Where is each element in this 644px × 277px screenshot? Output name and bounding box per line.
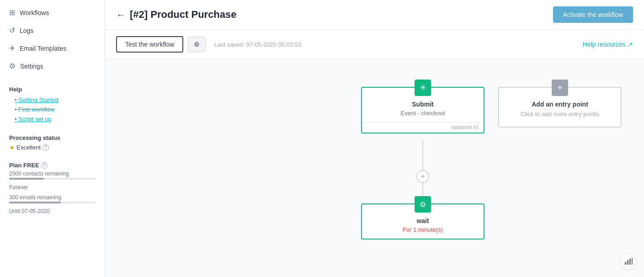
sidebar-item-label: Workflows — [20, 9, 49, 16]
sidebar-item-label: Logs — [20, 27, 33, 34]
contacts-progress-bar — [9, 178, 44, 180]
emails-progress-bar — [9, 202, 61, 203]
wait-subtitle-prefix: For — [403, 226, 413, 233]
add-entry-title: Add an entry point — [506, 101, 613, 108]
settings-gear-button[interactable]: ⚙ — [188, 37, 206, 52]
plan-forever: Forever — [9, 184, 96, 191]
wait-node-icon: ⚙ — [415, 196, 431, 213]
help-title: Help — [9, 86, 96, 93]
add-entry-icon: + — [552, 80, 568, 96]
plan-info-icon[interactable]: ? — [41, 162, 48, 169]
submit-node-subtitle: Event - checkout — [369, 110, 476, 117]
add-entry-subtitle: Click to add more entry points — [506, 111, 613, 117]
page-title: ← [#2] Product Purchase — [116, 9, 237, 21]
star-icon: ★ — [9, 144, 15, 151]
workflow-canvas[interactable]: ✳ Submit Event - checkout startpoint #1 … — [105, 59, 644, 277]
status-info-icon[interactable]: ? — [43, 144, 49, 151]
help-resources-label: Help resources — [583, 41, 626, 48]
page-header: ← [#2] Product Purchase Activate the wor… — [105, 0, 644, 30]
svg-rect-0 — [625, 262, 626, 265]
toolbar: Test the workflow ⚙ Last saved: 07-05-20… — [105, 30, 644, 59]
plan-title-text: Plan FREE — [9, 162, 39, 169]
workflow-title: [#2] Product Purchase — [130, 9, 237, 21]
emails-progress-bar-container — [9, 202, 96, 203]
script-set-up-link[interactable]: Script set up — [9, 116, 96, 123]
connector-line-1 — [422, 139, 423, 171]
settings-icon: ⚙ — [9, 62, 16, 70]
svg-rect-3 — [632, 258, 633, 265]
submit-node-title: Submit — [369, 101, 476, 108]
sidebar: ⊞ Workflows ↺ Logs ✈ Email Templates ⚙ S… — [0, 0, 105, 277]
help-resources-link[interactable]: Help resources ↗ — [583, 41, 633, 48]
add-entry-node[interactable]: + Add an entry point Click to add more e… — [498, 87, 622, 128]
sidebar-item-workflows[interactable]: ⊞ Workflows — [0, 4, 105, 21]
plan-section: Plan FREE ? 2000 contacts remaining Fore… — [0, 156, 105, 224]
sidebar-item-label: Email Templates — [20, 45, 66, 52]
workflows-icon: ⊞ — [9, 8, 15, 17]
wait-subtitle-suffix: minute(s) — [416, 226, 443, 233]
logs-icon: ↺ — [9, 26, 15, 35]
back-button[interactable]: ← — [116, 10, 125, 20]
sidebar-nav: ⊞ Workflows ↺ Logs ✈ Email Templates ⚙ S… — [0, 0, 105, 79]
wait-node[interactable]: ⚙ wait For 1 minute(s) — [361, 203, 484, 240]
sidebar-item-logs[interactable]: ↺ Logs — [0, 21, 105, 39]
emails-remaining: 300 emails remaining — [9, 194, 96, 201]
status-text: Excellent — [16, 144, 41, 151]
submit-node-container: ✳ Submit Event - checkout startpoint #1 — [361, 87, 484, 133]
help-section: Help Getting Started First workflow Scri… — [0, 79, 105, 129]
submit-node[interactable]: ✳ Submit Event - checkout startpoint #1 — [361, 87, 484, 133]
first-workflow-link[interactable]: First workflow — [9, 106, 96, 113]
last-saved-text: Last saved: 07-05-2020 05:03:53 — [214, 41, 301, 48]
plan-title: Plan FREE ? — [9, 162, 96, 169]
add-step-button[interactable]: + — [416, 170, 429, 183]
processing-status-title: Processing status — [9, 134, 96, 141]
add-entry-node-container: + Add an entry point Click to add more e… — [498, 87, 622, 128]
stats-icon — [624, 257, 633, 266]
test-workflow-button[interactable]: Test the workflow — [116, 36, 183, 53]
external-link-icon: ↗ — [628, 41, 633, 48]
email-templates-icon: ✈ — [9, 44, 15, 53]
svg-rect-1 — [627, 260, 628, 265]
submit-node-icon: ✳ — [415, 80, 431, 96]
wait-node-container: ⚙ wait For 1 minute(s) — [361, 203, 484, 240]
emails-until: Until 07-05-2020 — [9, 208, 96, 214]
getting-started-link[interactable]: Getting Started — [9, 96, 96, 103]
processing-status-section: Processing status ★ Excellent ? — [0, 129, 105, 156]
gear-icon: ⚙ — [194, 41, 200, 48]
sidebar-item-label: Settings — [20, 63, 43, 70]
wait-node-title: wait — [369, 217, 476, 224]
wait-node-subtitle: For 1 minute(s) — [369, 226, 476, 233]
plus-icon: + — [420, 172, 425, 181]
processing-status-value: ★ Excellent ? — [9, 144, 96, 151]
submit-node-footer: startpoint #1 — [362, 122, 484, 133]
sidebar-item-settings[interactable]: ⚙ Settings — [0, 57, 105, 75]
main-content: ← [#2] Product Purchase Activate the wor… — [105, 0, 644, 277]
svg-rect-2 — [629, 259, 631, 265]
contacts-progress-bar-container — [9, 178, 96, 180]
sidebar-item-email-templates[interactable]: ✈ Email Templates — [0, 39, 105, 57]
activate-workflow-button[interactable]: Activate the workflow — [553, 6, 633, 23]
stats-button[interactable] — [620, 253, 637, 270]
contacts-remaining: 2000 contacts remaining — [9, 170, 96, 177]
